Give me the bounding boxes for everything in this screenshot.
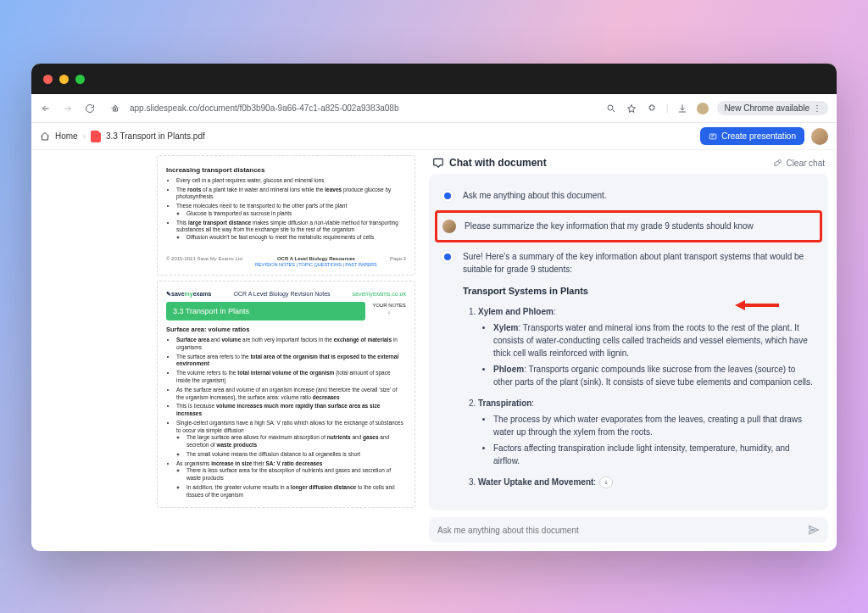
ai-message: Ask me anything about this document.	[441, 182, 816, 209]
chrome-update-badge[interactable]: New Chrome available ⋮	[717, 101, 828, 115]
profile-avatar-icon[interactable]	[697, 103, 709, 114]
doc-heading: Surface area: volume ratios	[166, 326, 406, 334]
document-preview-column[interactable]: Increasing transport distances Every cel…	[157, 150, 415, 543]
app-toolbar: Home › 3.3 Transport in Plants.pdf Creat…	[31, 123, 837, 150]
response-heading: Transport Systems in Plants	[463, 284, 816, 298]
doc-site-link: savemyexams.co.uk	[353, 290, 406, 298]
home-icon[interactable]	[40, 131, 50, 142]
list-item: Xylem: Transports water and mineral ions…	[493, 321, 816, 359]
chat-input-row	[429, 517, 828, 543]
doc-footer-right: Page 2	[390, 255, 406, 262]
download-icon[interactable]	[676, 103, 688, 114]
list-item: Phloem: Transports organic compounds lik…	[493, 363, 816, 388]
reload-icon[interactable]	[84, 103, 96, 114]
list-item: Transpiration: The process by which wate…	[478, 397, 816, 467]
annotation-arrow-icon	[735, 300, 779, 310]
doc-text: Glucose is transported as sucrose in pla…	[186, 210, 406, 218]
send-icon[interactable]	[808, 524, 820, 536]
breadcrumb-file[interactable]: 3.3 Transport in Plants.pdf	[106, 131, 205, 141]
breadcrumb: Home › 3.3 Transport in Plants.pdf	[40, 131, 205, 142]
chat-bubble-icon	[432, 157, 444, 169]
doc-text: The large surface area allows for maximu…	[186, 434, 406, 449]
list-item: Water Uptake and Movement:	[478, 476, 816, 488]
titlebar	[31, 64, 837, 94]
sparkle-icon	[709, 132, 717, 141]
doc-notes-label: YOUR NOTES↓	[372, 302, 406, 315]
bookmark-icon[interactable]	[626, 103, 637, 114]
maximize-window-icon[interactable]	[75, 75, 85, 84]
list-item: Xylem and Phloem: Xylem: Transports wate…	[478, 305, 816, 388]
user-message-highlighted: Please summarize the key information tha…	[436, 211, 821, 242]
create-presentation-button[interactable]: Create presentation	[700, 127, 804, 145]
doc-text: The surface area refers to the total are…	[176, 354, 406, 369]
zoom-icon[interactable]	[605, 103, 617, 114]
doc-page: Increasing transport distances Every cel…	[157, 155, 415, 276]
doc-text: These molecules need to be transported t…	[176, 203, 406, 218]
kebab-menu-icon: ⋮	[813, 103, 821, 113]
chat-input[interactable]	[437, 526, 808, 535]
ai-avatar-icon	[441, 189, 454, 203]
message-text: Ask me anything about this document.	[463, 189, 816, 203]
close-window-icon[interactable]	[43, 75, 53, 84]
doc-text: Diffusion wouldn't be fast enough to mee…	[186, 234, 406, 242]
doc-text: This is because volume increases much mo…	[176, 403, 406, 418]
doc-text: As organisms increase in size their SA: …	[176, 460, 406, 499]
doc-text: Single-celled organisms have a high SA: …	[176, 420, 406, 459]
ai-message: Sure! Here's a summary of the key inform…	[441, 243, 816, 502]
list-item: The process by which water evaporates fr…	[493, 413, 816, 438]
message-text: Please summarize the key information tha…	[465, 220, 815, 233]
doc-text: The volume refers to the total internal …	[176, 370, 406, 385]
chat-messages[interactable]: Ask me anything about this document. Ple…	[429, 174, 828, 510]
doc-text: The roots of a plant take in water and m…	[176, 187, 406, 202]
doc-text: The small volume means the diffusion dis…	[186, 451, 406, 459]
chrome-update-label: New Chrome available	[724, 103, 810, 113]
eraser-icon	[773, 159, 782, 168]
user-avatar[interactable]	[811, 128, 828, 145]
url-text[interactable]: app.slidespeak.co/document/f0b3b90a-9a66…	[130, 103, 597, 113]
doc-text: This large transport distance makes simp…	[176, 220, 406, 242]
doc-heading: Increasing transport distances	[166, 166, 406, 176]
svg-point-1	[608, 105, 613, 110]
svg-point-0	[114, 109, 116, 110]
chevron-right-icon: ›	[83, 131, 86, 141]
user-avatar-icon	[442, 220, 456, 233]
forward-icon[interactable]	[62, 103, 74, 114]
doc-footer-left: © 2015-2021 Save My Exams Ltd	[166, 255, 242, 262]
doc-text: Surface area and volume are both very im…	[176, 337, 406, 352]
doc-section-banner: 3.3 Transport in Plants	[166, 302, 365, 320]
doc-text: Every cell in a plant requires water, gl…	[176, 177, 406, 185]
breadcrumb-home[interactable]: Home	[55, 131, 78, 141]
list-item: Factors affecting transpiration include …	[493, 442, 816, 467]
doc-brand: ✎savemyexams	[166, 290, 212, 298]
url-bar: app.slidespeak.co/document/f0b3b90a-9a66…	[31, 94, 837, 123]
message-text: Sure! Here's a summary of the key inform…	[463, 250, 816, 495]
minimize-window-icon[interactable]	[59, 75, 69, 84]
chat-column: Chat with document Clear chat Ask me any…	[429, 150, 828, 543]
doc-text: There is less surface area for the absor…	[186, 467, 406, 482]
chat-title: Chat with document	[432, 157, 547, 169]
doc-text: As the surface area and volume of an org…	[176, 387, 406, 402]
doc-page: ✎savemyexams OCR A Level Biology Revisio…	[157, 281, 415, 508]
doc-text: In addition, the greater volume results …	[186, 484, 406, 499]
doc-footer-center: OCR A Level Biology Resources REVISION N…	[255, 255, 377, 269]
back-icon[interactable]	[40, 103, 52, 114]
clear-chat-button[interactable]: Clear chat	[773, 159, 825, 168]
create-presentation-label: Create presentation	[721, 131, 796, 141]
doc-subtitle: OCR A Level Biology Revision Notes	[234, 290, 331, 298]
content-area: Increasing transport distances Every cel…	[31, 150, 837, 551]
scroll-down-button[interactable]	[599, 476, 613, 488]
pdf-file-icon	[91, 131, 101, 142]
site-info-icon[interactable]	[109, 103, 121, 114]
extensions-icon[interactable]	[646, 103, 658, 114]
browser-window: app.slidespeak.co/document/f0b3b90a-9a66…	[31, 64, 837, 551]
ai-avatar-icon	[441, 250, 454, 264]
